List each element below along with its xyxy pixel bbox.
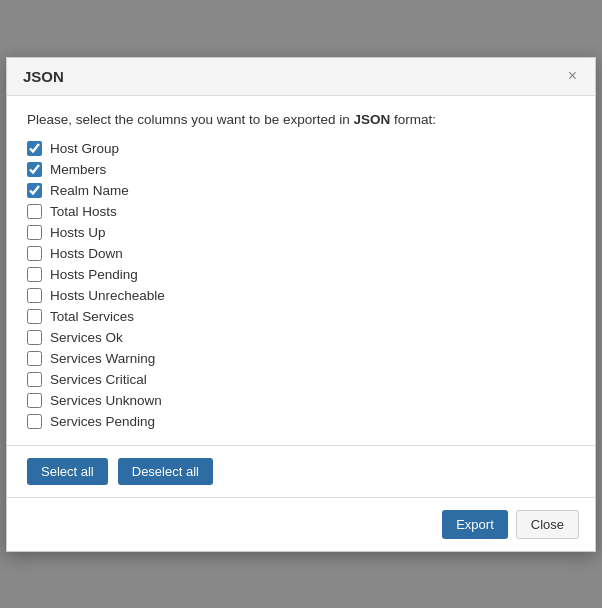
checkbox-label-cb_services_unknown[interactable]: Services Unknown — [50, 393, 162, 408]
checkbox-item: Hosts Up — [27, 225, 575, 240]
checkbox-cb_realm_name[interactable] — [27, 183, 42, 198]
export-button[interactable]: Export — [442, 510, 508, 539]
checkbox-item: Realm Name — [27, 183, 575, 198]
modal-description: Please, select the columns you want to b… — [27, 112, 575, 127]
checkbox-label-cb_members[interactable]: Members — [50, 162, 106, 177]
checkbox-cb_total_services[interactable] — [27, 309, 42, 324]
checkbox-item: Hosts Unrecheable — [27, 288, 575, 303]
checkbox-label-cb_services_critical[interactable]: Services Critical — [50, 372, 147, 387]
checkbox-item: Total Hosts — [27, 204, 575, 219]
checkbox-label-cb_hosts_up[interactable]: Hosts Up — [50, 225, 106, 240]
modal-title: JSON — [23, 68, 64, 85]
description-prefix: Please, select the columns you want to b… — [27, 112, 353, 127]
checkbox-item: Members — [27, 162, 575, 177]
checkbox-label-cb_total_hosts[interactable]: Total Hosts — [50, 204, 117, 219]
checkbox-cb_hosts_pending[interactable] — [27, 267, 42, 282]
modal-body: Please, select the columns you want to b… — [7, 96, 595, 446]
checkbox-label-cb_hosts_pending[interactable]: Hosts Pending — [50, 267, 138, 282]
checkbox-label-cb_services_pending[interactable]: Services Pending — [50, 414, 155, 429]
checkbox-label-cb_services_ok[interactable]: Services Ok — [50, 330, 123, 345]
modal-footer: Export Close — [7, 498, 595, 551]
checkbox-cb_services_pending[interactable] — [27, 414, 42, 429]
checkbox-item: Services Unknown — [27, 393, 575, 408]
checkbox-label-cb_hosts_unreacheable[interactable]: Hosts Unrecheable — [50, 288, 165, 303]
checkbox-item: Hosts Down — [27, 246, 575, 261]
checkbox-cb_hosts_down[interactable] — [27, 246, 42, 261]
checkbox-label-cb_realm_name[interactable]: Realm Name — [50, 183, 129, 198]
checkbox-cb_services_unknown[interactable] — [27, 393, 42, 408]
checkbox-cb_total_hosts[interactable] — [27, 204, 42, 219]
checkbox-cb_hosts_unreacheable[interactable] — [27, 288, 42, 303]
select-all-button[interactable]: Select all — [27, 458, 108, 485]
checkbox-label-cb_services_warning[interactable]: Services Warning — [50, 351, 155, 366]
checkbox-item: Hosts Pending — [27, 267, 575, 282]
checkbox-cb_services_critical[interactable] — [27, 372, 42, 387]
checkbox-item: Host Group — [27, 141, 575, 156]
checkbox-cb_members[interactable] — [27, 162, 42, 177]
checkbox-cb_services_ok[interactable] — [27, 330, 42, 345]
checkbox-item: Services Critical — [27, 372, 575, 387]
checkbox-item: Total Services — [27, 309, 575, 324]
checkbox-label-cb_hosts_down[interactable]: Hosts Down — [50, 246, 123, 261]
checkbox-item: Services Pending — [27, 414, 575, 429]
checkbox-label-cb_total_services[interactable]: Total Services — [50, 309, 134, 324]
checkbox-item: Services Ok — [27, 330, 575, 345]
checkbox-cb_services_warning[interactable] — [27, 351, 42, 366]
close-button[interactable]: Close — [516, 510, 579, 539]
description-bold: JSON — [353, 112, 390, 127]
checkbox-list: Host GroupMembersRealm NameTotal HostsHo… — [27, 141, 575, 429]
modal-header-close-button[interactable]: × — [566, 68, 579, 84]
deselect-all-button[interactable]: Deselect all — [118, 458, 213, 485]
modal-header: JSON × — [7, 58, 595, 96]
select-buttons-row: Select all Deselect all — [7, 446, 595, 498]
json-export-modal: JSON × Please, select the columns you wa… — [6, 57, 596, 552]
checkbox-cb_hosts_up[interactable] — [27, 225, 42, 240]
checkbox-cb_host_group[interactable] — [27, 141, 42, 156]
checkbox-item: Services Warning — [27, 351, 575, 366]
checkbox-label-cb_host_group[interactable]: Host Group — [50, 141, 119, 156]
description-suffix: format: — [390, 112, 436, 127]
